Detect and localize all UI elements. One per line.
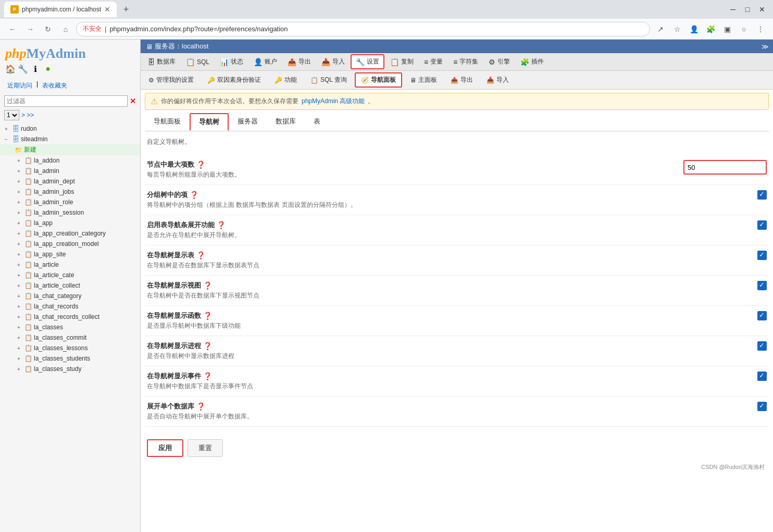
hint-icon[interactable]: ❓ bbox=[196, 251, 205, 259]
bookmark-button[interactable]: ☆ bbox=[670, 22, 684, 36]
tab-server[interactable]: 服务器 bbox=[229, 113, 267, 131]
tree-item-la-article-collect[interactable]: + 📋 la_article_collect bbox=[0, 280, 140, 291]
menu-btn-variables[interactable]: ≡ 变量 bbox=[419, 55, 447, 69]
window-minimize-button[interactable]: ─ bbox=[726, 3, 740, 16]
tab-nav-tree[interactable]: 导航树 bbox=[190, 113, 229, 131]
window-close-button[interactable]: ✕ bbox=[755, 3, 769, 16]
recent-visits-tab[interactable]: 近期访问 bbox=[5, 80, 34, 91]
apply-button[interactable]: 应用 bbox=[147, 439, 183, 457]
tree-item-la-classes-study[interactable]: + 📋 la_classes_study bbox=[0, 364, 140, 374]
home-icon[interactable]: 🏠 bbox=[5, 64, 16, 74]
tree-item-la-article-cate[interactable]: + 📋 la_article_cate bbox=[0, 270, 140, 280]
filter-clear-button[interactable]: ✕ bbox=[130, 97, 136, 105]
sub-btn-features[interactable]: 🔑 功能 bbox=[269, 73, 303, 87]
hint-icon[interactable]: ❓ bbox=[196, 402, 205, 411]
sub-btn-sql-query[interactable]: 📋 SQL 查询 bbox=[305, 73, 353, 87]
browser-tab[interactable]: P phpmyadmin.com / localhost ✕ bbox=[4, 2, 117, 17]
tree-item-la-app-creation-category[interactable]: + 📋 la_app_creation_category bbox=[0, 228, 140, 239]
menu-btn-status[interactable]: 📊 状态 bbox=[215, 55, 248, 69]
tree-item-la-classes-commit[interactable]: + 📋 la_classes_commit bbox=[0, 332, 140, 343]
menu-btn-export[interactable]: 📤 导出 bbox=[283, 55, 316, 69]
hint-icon[interactable]: ❓ bbox=[203, 372, 212, 380]
tree-item-la-admin-role[interactable]: + 📋 la_admin_role bbox=[0, 197, 140, 207]
menu-btn-settings[interactable]: 🔧 设置 bbox=[351, 54, 384, 69]
page-select[interactable]: 1 bbox=[4, 110, 19, 120]
tree-item-la-app-creation-model[interactable]: + 📋 la_app_creation_model bbox=[0, 239, 140, 249]
max-items-input[interactable] bbox=[683, 160, 767, 175]
tree-item-siteadmin[interactable]: − 🗄 siteadmin bbox=[0, 134, 140, 144]
forward-button[interactable]: → bbox=[23, 22, 38, 36]
profile-button[interactable]: 👤 bbox=[687, 22, 701, 36]
show-tables-checkbox[interactable] bbox=[757, 251, 767, 260]
sub-btn-manage-settings[interactable]: ⚙ 管理我的设置 bbox=[143, 73, 200, 87]
favorites-tab[interactable]: 表收藏夹 bbox=[40, 80, 69, 91]
back-button[interactable]: ← bbox=[5, 22, 20, 36]
reload-button[interactable]: ↻ bbox=[41, 22, 55, 36]
hint-icon[interactable]: ❓ bbox=[196, 160, 205, 169]
tree-item-la-admin[interactable]: + 📋 la_admin bbox=[0, 166, 140, 176]
sub-btn-import[interactable]: 📥 导入 bbox=[481, 73, 515, 87]
account-button[interactable]: ○ bbox=[737, 22, 751, 36]
hint-icon[interactable]: ❓ bbox=[217, 221, 226, 229]
tree-item-la-admin-dept[interactable]: + 📋 la_admin_dept bbox=[0, 176, 140, 187]
menu-button[interactable]: ⋮ bbox=[753, 22, 768, 36]
tree-item-la-chat-records[interactable]: + 📋 la_chat_records bbox=[0, 301, 140, 312]
refresh-icon[interactable]: ● bbox=[43, 64, 53, 74]
setting-label: 在导航树显示表 ❓ bbox=[147, 251, 642, 260]
tree-item-la-app[interactable]: + 📋 la_app bbox=[0, 218, 140, 228]
window-maximize-button[interactable]: □ bbox=[741, 3, 754, 16]
sidebar-button[interactable]: ▣ bbox=[720, 22, 734, 36]
sub-btn-two-factor[interactable]: 🔑 双因素身份验证 bbox=[202, 73, 267, 87]
expand-single-db-checkbox[interactable] bbox=[757, 402, 767, 411]
tree-item-la-addon[interactable]: + 📋 la_addon bbox=[0, 155, 140, 166]
group-items-checkbox[interactable] bbox=[757, 190, 767, 200]
menu-btn-sql[interactable]: 📋 SQL bbox=[181, 55, 214, 69]
address-bar[interactable]: 不安全 | phpmyadmin.com/index.php?route=/pr… bbox=[76, 22, 650, 36]
filter-input[interactable] bbox=[4, 95, 128, 107]
tree-item-la-app-site[interactable]: + 📋 la_app_site bbox=[0, 249, 140, 259]
tree-item-la-classes[interactable]: + 📋 la_classes bbox=[0, 322, 140, 332]
tree-item-new[interactable]: 📁 新建 bbox=[0, 144, 140, 155]
hint-icon[interactable]: ❓ bbox=[203, 281, 212, 290]
info-icon[interactable]: ℹ bbox=[30, 64, 41, 74]
sub-btn-export[interactable]: 📤 导出 bbox=[445, 73, 479, 87]
tree-item-rudon[interactable]: + 🗄 rudon bbox=[0, 123, 140, 134]
tree-item-la-chat-category[interactable]: + 📋 la_chat_category bbox=[0, 291, 140, 301]
next-page-button[interactable]: > >> bbox=[21, 112, 34, 119]
share-button[interactable]: ↗ bbox=[653, 22, 668, 36]
tree-item-la-admin-session[interactable]: + 📋 la_admin_session bbox=[0, 207, 140, 218]
hint-icon[interactable]: ❓ bbox=[190, 191, 198, 199]
tree-item-la-chat-records-collect[interactable]: + 📋 la_chat_records_collect bbox=[0, 312, 140, 322]
extension-button[interactable]: 🧩 bbox=[703, 22, 718, 36]
tab-database[interactable]: 数据库 bbox=[267, 113, 305, 131]
tab-nav-panel[interactable]: 导航面板 bbox=[145, 113, 190, 131]
show-events-checkbox[interactable] bbox=[757, 372, 767, 381]
hint-icon[interactable]: ❓ bbox=[203, 342, 212, 350]
tree-item-la-admin-jobs[interactable]: + 📋 la_admin_jobs bbox=[0, 187, 140, 197]
tree-item-la-article[interactable]: + 📋 la_article bbox=[0, 259, 140, 270]
expand-button[interactable]: ≫ bbox=[757, 41, 773, 53]
show-functions-checkbox[interactable] bbox=[757, 311, 767, 320]
tab-close-button[interactable]: ✕ bbox=[104, 5, 110, 14]
reset-button[interactable]: 重置 bbox=[188, 439, 223, 457]
menu-btn-plugins[interactable]: 🧩 插件 bbox=[516, 55, 548, 69]
settings-icon[interactable]: 🔧 bbox=[18, 64, 28, 74]
menu-btn-account[interactable]: 👤 账户 bbox=[249, 55, 282, 69]
show-procedures-checkbox[interactable] bbox=[757, 341, 767, 351]
show-views-checkbox[interactable] bbox=[757, 281, 767, 290]
menu-btn-engines[interactable]: ⚙ 引擎 bbox=[484, 55, 515, 69]
tree-item-la-classes-students[interactable]: + 📋 la_classes_students bbox=[0, 353, 140, 364]
hint-icon[interactable]: ❓ bbox=[203, 312, 212, 320]
new-tab-button[interactable]: + bbox=[119, 2, 133, 17]
menu-btn-database[interactable]: 🗄 数据库 bbox=[143, 55, 180, 69]
expand-nav-checkbox[interactable] bbox=[757, 220, 767, 230]
menu-btn-replicate[interactable]: 📋 复制 bbox=[385, 55, 418, 69]
tree-item-la-classes-lessons[interactable]: + 📋 la_classes_lessons bbox=[0, 343, 140, 353]
notice-link[interactable]: phpMyAdmin 高级功能 bbox=[302, 97, 365, 106]
menu-btn-charset[interactable]: ≡ 字符集 bbox=[448, 55, 483, 69]
menu-btn-import[interactable]: 📥 导入 bbox=[317, 55, 350, 69]
home-button[interactable]: ⌂ bbox=[58, 22, 73, 36]
sub-btn-nav-panel[interactable]: 🧭 导航面板 bbox=[355, 72, 402, 88]
sub-btn-main-panel[interactable]: 🖥 主面板 bbox=[404, 73, 443, 87]
tab-table[interactable]: 表 bbox=[305, 113, 329, 131]
